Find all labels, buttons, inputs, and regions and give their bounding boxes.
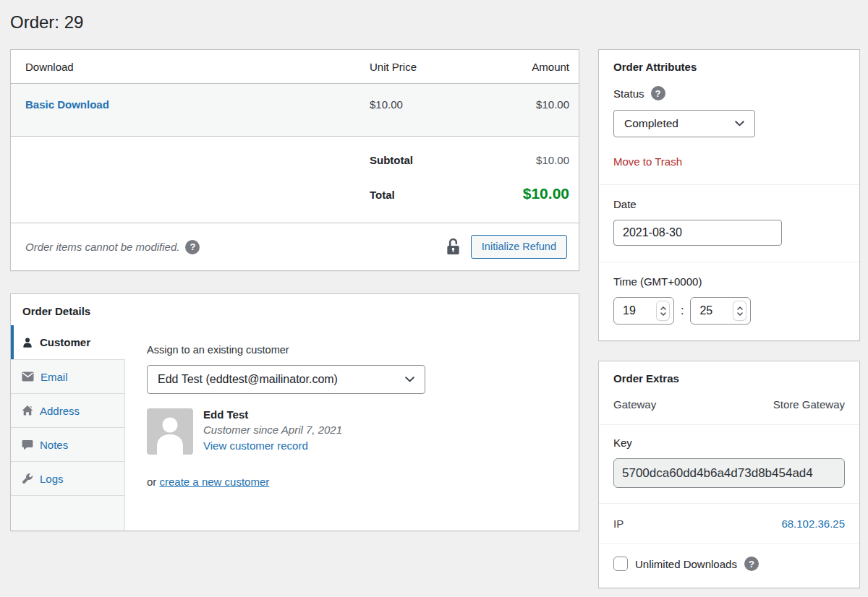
subtotal-value: $10.00 (446, 154, 569, 166)
status-section: Status ? Completed Move to Trash (599, 73, 859, 184)
key-section: Key (599, 424, 859, 503)
unlimited-downloads-checkbox[interactable] (613, 557, 628, 571)
tabs-filler (11, 495, 124, 531)
customer-select-value: Edd Test (eddtest@mailinator.com) (158, 373, 338, 386)
assign-customer-label: Assign to an existing customer (147, 344, 561, 356)
status-select-value: Completed (624, 117, 678, 130)
hour-value: 19 (623, 304, 636, 317)
customer-select[interactable]: Edd Test (eddtest@mailinator.com) (147, 365, 425, 394)
unlock-icon (445, 237, 461, 257)
unlimited-downloads-label: Unlimited Downloads (635, 558, 737, 570)
key-label: Key (613, 437, 845, 449)
order-extras-panel: Order Extras Gateway Store Gateway Key I… (598, 361, 860, 588)
order-extras-title: Order Extras (599, 361, 859, 385)
minute-spinner[interactable]: 25 (690, 297, 751, 325)
minute-value: 25 (699, 304, 712, 317)
ip-row: IP 68.102.36.25 (599, 503, 859, 544)
modification-help-icon[interactable]: ? (185, 240, 200, 254)
chevron-down-icon (405, 377, 414, 382)
tab-label: Notes (40, 439, 68, 451)
column-header-amount: Amount (446, 61, 569, 73)
create-customer-row: or create a new customer (147, 476, 561, 488)
page-title: Order: 29 (10, 12, 859, 33)
time-separator: : (681, 304, 684, 317)
comment-icon (22, 439, 33, 450)
status-label: Status (613, 87, 644, 100)
order-item-row: Basic Download $10.00 $10.00 (11, 83, 579, 137)
time-section: Time (GMT+0000) 19 : 25 (599, 262, 859, 340)
order-totals: Subtotal $10.00 Total $10.00 (11, 137, 579, 223)
customer-since: Customer since April 7, 2021 (203, 424, 342, 436)
tab-notes[interactable]: Notes (11, 427, 124, 461)
item-name-link[interactable]: Basic Download (25, 98, 109, 111)
item-amount: $10.00 (446, 98, 569, 111)
order-items-panel: Download Unit Price Amount Basic Downloa… (10, 49, 579, 271)
order-details-panel: Order Details Customer (10, 293, 579, 531)
key-input[interactable] (613, 458, 845, 488)
create-customer-link[interactable]: create a new customer (160, 476, 270, 488)
date-label: Date (613, 198, 637, 210)
order-attributes-title: Order Attributes (599, 50, 859, 73)
items-table-header: Download Unit Price Amount (11, 50, 579, 83)
status-help-icon[interactable]: ? (651, 86, 665, 100)
gateway-label: Gateway (613, 398, 656, 411)
gateway-value: Store Gateway (773, 398, 845, 411)
date-section: Date (599, 184, 859, 262)
unlimited-downloads-row: Unlimited Downloads ? (599, 544, 859, 588)
customer-card: Edd Test Customer since April 7, 2021 Vi… (147, 408, 561, 455)
customer-avatar (147, 408, 193, 455)
initialize-refund-button[interactable]: Initialize Refund (471, 235, 567, 259)
tab-logs[interactable]: Logs (11, 461, 124, 495)
envelope-icon (22, 371, 34, 382)
total-label: Total (370, 189, 446, 201)
order-details-tabs: Customer Email (11, 325, 125, 531)
tab-label: Address (40, 405, 80, 417)
chevron-down-icon (735, 121, 744, 126)
column-header-unit-price: Unit Price (370, 61, 446, 73)
modification-note: Order items cannot be modified. (25, 241, 179, 253)
unlimited-downloads-help-icon[interactable]: ? (744, 557, 759, 571)
tab-label: Email (41, 371, 68, 383)
status-select[interactable]: Completed (613, 110, 755, 137)
person-icon (22, 337, 33, 348)
subtotal-label: Subtotal (370, 154, 446, 166)
order-edit-page: Order: 29 Download Unit Price Amount Bas… (0, 0, 868, 588)
tab-label: Logs (40, 473, 64, 485)
customer-name: Edd Test (203, 408, 342, 421)
tab-customer[interactable]: Customer (11, 325, 125, 359)
date-input[interactable] (613, 220, 782, 246)
order-attributes-panel: Order Attributes Status ? Completed (598, 49, 860, 341)
order-details-title: Order Details (11, 294, 579, 325)
wrench-icon (22, 473, 33, 484)
view-customer-record-link[interactable]: View customer record (203, 439, 308, 452)
items-table-footer: Order items cannot be modified. ? (11, 223, 579, 270)
gateway-row: Gateway Store Gateway (599, 385, 859, 424)
customer-tab-content: Assign to an existing customer Edd Test … (125, 325, 579, 531)
or-text: or (147, 476, 160, 488)
item-unit-price: $10.00 (370, 98, 446, 111)
home-icon (22, 405, 33, 416)
hour-spinner[interactable]: 19 (613, 297, 674, 325)
ip-label: IP (613, 517, 624, 530)
move-to-trash-link[interactable]: Move to Trash (613, 155, 682, 168)
column-header-download: Download (25, 61, 370, 73)
stepper-arrows-icon[interactable] (733, 301, 746, 320)
tab-label: Customer (40, 336, 90, 348)
stepper-arrows-icon[interactable] (657, 301, 669, 320)
ip-value-link[interactable]: 68.102.36.25 (781, 517, 845, 530)
time-label: Time (GMT+0000) (613, 275, 702, 288)
tab-address[interactable]: Address (11, 393, 124, 427)
total-value: $10.00 (446, 185, 569, 202)
tab-email[interactable]: Email (11, 359, 124, 393)
